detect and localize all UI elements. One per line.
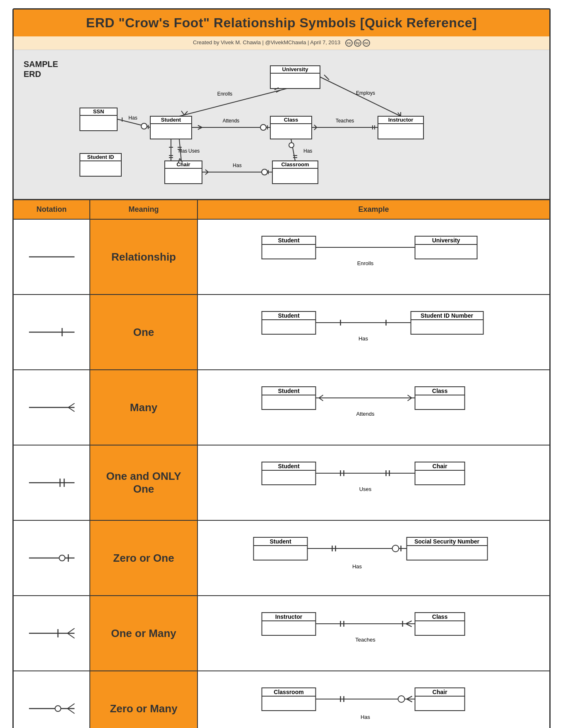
symbol-one-only-one xyxy=(25,472,79,493)
svg-text:Student ID: Student ID xyxy=(87,154,114,160)
row-relationship: Relationship Student University Enrolls xyxy=(14,220,549,295)
svg-text:Instructor: Instructor xyxy=(275,613,303,620)
notation-table-header: Notation Meaning Example xyxy=(14,200,549,220)
example-zero-or-many: Classroom Chair Has xyxy=(198,671,549,728)
svg-text:Uses: Uses xyxy=(359,486,372,492)
svg-line-69 xyxy=(320,77,401,116)
meaning-relationship: Relationship xyxy=(90,220,198,294)
svg-text:Class: Class xyxy=(432,613,448,620)
svg-line-161 xyxy=(67,709,75,714)
row-one-or-many: One or Many Instructor Class xyxy=(14,596,549,671)
svg-line-154 xyxy=(406,621,412,624)
meaning-zero-or-one: Zero or One xyxy=(90,521,198,595)
example-many: Student Class Attends xyxy=(198,370,549,445)
svg-text:Enrolls: Enrolls xyxy=(217,91,233,97)
meaning-one-or-many: One or Many xyxy=(90,596,198,671)
svg-line-34 xyxy=(179,89,287,116)
svg-point-127 xyxy=(59,555,65,561)
example-svg-zero-or-one: Student Social Security Number Has xyxy=(210,529,537,587)
example-diagram-one-or-many: Instructor Class Teaches xyxy=(210,604,537,662)
row-one: One Student Student ID Number Has xyxy=(14,295,549,370)
example-svg-one: Student Student ID Number Has xyxy=(210,303,537,361)
svg-text:University: University xyxy=(282,66,309,72)
example-diagram-relationship: Student University Enrolls xyxy=(210,228,537,286)
example-svg-one-only-one: Student Chair Uses xyxy=(210,454,537,512)
svg-text:Instructor: Instructor xyxy=(388,117,414,123)
meaning-many: Many xyxy=(90,370,198,445)
col-header-example: Example xyxy=(198,200,549,219)
svg-point-59 xyxy=(289,143,294,148)
svg-line-173 xyxy=(407,699,412,702)
svg-text:Has: Has xyxy=(303,148,312,154)
example-relationship: Student University Enrolls xyxy=(198,220,549,294)
row-many: Many Student Class Atte xyxy=(14,370,549,445)
meaning-one-only-one: One and ONLY One xyxy=(90,445,198,520)
example-zero-or-one: Student Social Security Number Has xyxy=(198,521,549,595)
row-zero-or-one: Zero or One Student Social Security Numb… xyxy=(14,521,549,596)
svg-text:Chair: Chair xyxy=(433,689,448,695)
svg-line-106 xyxy=(319,395,323,398)
row-zero-or-many: Zero or Many Classroom Chair xyxy=(14,671,549,728)
symbol-zero-or-many xyxy=(25,698,79,719)
svg-point-159 xyxy=(55,706,61,711)
svg-line-172 xyxy=(407,696,412,699)
notation-one xyxy=(14,295,90,369)
cc-icon: cc xyxy=(345,39,353,47)
svg-text:Has: Has xyxy=(358,335,368,342)
by-icon: by xyxy=(354,39,361,47)
svg-line-97 xyxy=(68,403,75,407)
erd-svg: SSN Student ID Student Chair University xyxy=(76,58,531,187)
svg-line-160 xyxy=(67,704,75,709)
example-diagram-zero-or-many: Classroom Chair Has xyxy=(210,680,537,728)
nc-icon: nc xyxy=(363,39,370,47)
meaning-zero-or-many: Zero or Many xyxy=(90,671,198,728)
svg-line-143 xyxy=(67,628,75,633)
sub-header: Created by Vivek M. Chawla | @VivekMChaw… xyxy=(14,36,549,50)
svg-text:Enrolls: Enrolls xyxy=(357,260,374,266)
svg-text:Class: Class xyxy=(284,117,298,123)
main-header: ERD "Crow's Foot" Relationship Symbols [… xyxy=(14,10,549,36)
svg-text:Employs: Employs xyxy=(356,90,375,96)
svg-text:Student: Student xyxy=(278,463,299,469)
notation-many xyxy=(14,370,90,445)
svg-point-43 xyxy=(260,125,266,130)
cc-badge: cc by nc xyxy=(345,39,370,47)
example-one-only-one: Student Chair Uses xyxy=(198,445,549,520)
example-svg-many: Student Class Attends xyxy=(210,378,537,436)
notation-one-only-one xyxy=(14,445,90,520)
svg-text:Has: Has xyxy=(128,115,137,121)
svg-text:Classroom: Classroom xyxy=(274,689,303,695)
svg-text:Attends: Attends xyxy=(356,411,375,417)
svg-line-109 xyxy=(408,398,412,401)
svg-line-144 xyxy=(67,633,75,638)
example-one: Student Student ID Number Has xyxy=(198,295,549,369)
svg-text:Student: Student xyxy=(278,388,299,394)
erd-section: SAMPLEERD SSN Student ID Student xyxy=(14,50,549,200)
example-svg-one-or-many: Instructor Class Teaches xyxy=(210,604,537,662)
svg-text:Uses: Uses xyxy=(188,148,200,154)
col-header-notation: Notation xyxy=(14,200,90,219)
example-svg-zero-or-many: Classroom Chair Has xyxy=(210,680,537,728)
erd-canvas: SSN Student ID Student Chair University xyxy=(76,58,537,187)
svg-text:Student: Student xyxy=(278,237,299,244)
svg-text:Student ID Number: Student ID Number xyxy=(421,312,473,319)
svg-line-155 xyxy=(406,624,412,627)
svg-point-55 xyxy=(262,169,267,175)
svg-text:Student: Student xyxy=(269,538,291,545)
svg-text:SSN: SSN xyxy=(93,108,104,115)
svg-text:University: University xyxy=(432,237,460,244)
svg-text:Teaches: Teaches xyxy=(336,118,354,124)
symbol-zero-or-one xyxy=(25,548,79,568)
example-diagram-one: Student Student ID Number Has xyxy=(210,303,537,361)
example-svg-relationship: Student University Enrolls xyxy=(210,228,537,286)
col-header-meaning: Meaning xyxy=(90,200,198,219)
symbol-plain-line xyxy=(25,247,79,267)
svg-text:Classroom: Classroom xyxy=(281,161,309,168)
subtitle-text: Created by Vivek M. Chawla | @VivekMChaw… xyxy=(193,39,340,46)
notation-one-or-many xyxy=(14,596,90,671)
svg-text:Class: Class xyxy=(432,388,448,394)
svg-line-98 xyxy=(68,407,75,412)
example-diagram-one-only-one: Student Chair Uses xyxy=(210,454,537,512)
svg-text:Has: Has xyxy=(361,714,371,720)
symbol-one-or-many xyxy=(25,623,79,644)
